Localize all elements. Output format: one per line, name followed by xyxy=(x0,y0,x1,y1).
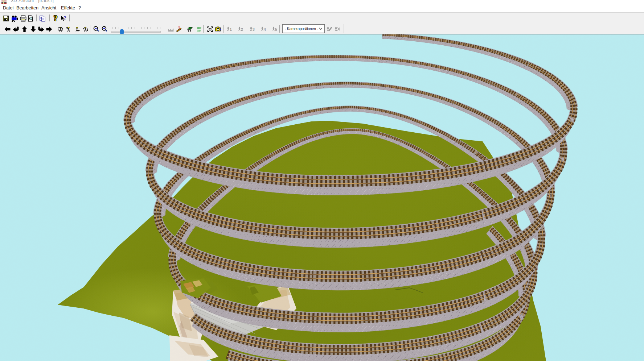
svg-text:3: 3 xyxy=(253,27,255,32)
svg-text:1: 1 xyxy=(230,27,232,32)
svg-text:5: 5 xyxy=(275,27,277,32)
svg-text:?: ? xyxy=(219,28,221,32)
svg-text:?: ? xyxy=(54,15,58,22)
svg-text:2: 2 xyxy=(241,27,243,32)
svg-text:4: 4 xyxy=(264,27,266,32)
svg-text:?: ? xyxy=(64,15,66,21)
